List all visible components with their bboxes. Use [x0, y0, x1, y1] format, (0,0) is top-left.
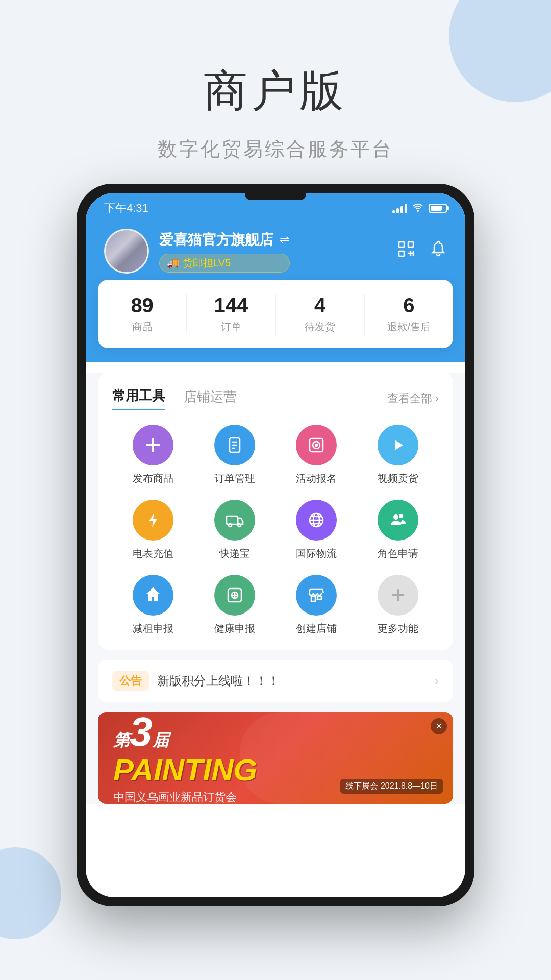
tool-orders-label: 订单管理 — [214, 472, 255, 485]
view-all-button[interactable]: 查看全部 › — [387, 391, 439, 406]
banner-main-text: PAINTING — [113, 753, 257, 787]
tool-activity[interactable]: 活动报名 — [276, 425, 357, 485]
svg-rect-2 — [399, 251, 404, 256]
tool-intl-icon — [296, 500, 337, 541]
svg-rect-31 — [311, 596, 315, 601]
tool-role-icon — [378, 500, 418, 541]
stat-orders-number: 144 — [187, 294, 275, 317]
tools-section: 常用工具 店铺运营 查看全部 › 发布商品 — [98, 373, 453, 650]
scan-button[interactable] — [397, 240, 415, 262]
tool-create-store[interactable]: 创建店铺 — [276, 575, 357, 635]
page-title: 商户版 — [0, 61, 551, 121]
tool-publish-icon — [133, 425, 173, 465]
level-text: 货郎担LV5 — [183, 256, 231, 270]
tool-rent[interactable]: 减租申报 — [112, 575, 194, 635]
tabs-row: 常用工具 店铺运营 查看全部 › — [112, 387, 439, 410]
tool-health-icon — [214, 575, 255, 616]
tab-store-ops[interactable]: 店铺运营 — [184, 388, 237, 410]
page-subtitle: 数字化贸易综合服务平台 — [0, 136, 551, 162]
tool-create-store-label: 创建店铺 — [296, 622, 337, 635]
tool-electric-label: 电表充值 — [133, 547, 173, 560]
level-badge: 🚚 货郎担LV5 — [159, 254, 290, 273]
battery-icon — [429, 204, 447, 213]
tool-express[interactable]: 快递宝 — [194, 500, 276, 560]
phone-mockup: 下午4:31 — [77, 184, 474, 906]
svg-marker-17 — [395, 440, 403, 450]
tool-grid: 发布商品 订单管理 活动报名 — [112, 425, 439, 635]
stat-refund[interactable]: 6 退款/售后 — [365, 294, 453, 334]
stat-pending-number: 4 — [276, 294, 364, 317]
phone-notch — [245, 193, 306, 200]
chevron-right-icon: › — [435, 392, 439, 405]
banner[interactable]: 第 3 届 PAINTING 中国义乌画业新品订货会 ✕ 线下展会 2021.8… — [98, 712, 453, 804]
svg-rect-19 — [227, 516, 238, 524]
stat-goods-label: 商品 — [98, 320, 186, 334]
phone-screen: 下午4:31 — [86, 193, 465, 897]
tool-orders-icon — [214, 425, 255, 465]
stat-refund-number: 6 — [365, 294, 453, 317]
tool-publish-label: 发布商品 — [133, 472, 173, 485]
app-header: 爱喜猫官方旗舰店 ⇌ 🚚 货郎担LV5 — [86, 219, 465, 289]
avatar[interactable] — [104, 229, 149, 274]
svg-rect-1 — [408, 242, 413, 247]
svg-point-28 — [399, 514, 403, 518]
banner-badge: 线下展会 2021.8.8—10日 — [340, 779, 443, 794]
user-left: 爱喜猫官方旗舰店 ⇌ 🚚 货郎担LV5 — [104, 229, 290, 274]
phone-frame: 下午4:31 — [77, 184, 474, 906]
tool-electric-icon — [133, 500, 173, 541]
signal-icon — [392, 203, 407, 213]
app-content: 常用工具 店铺运营 查看全部 › 发布商品 — [86, 373, 465, 804]
status-icons — [392, 203, 447, 214]
tab-common-tools[interactable]: 常用工具 — [112, 387, 165, 410]
tool-video-icon — [378, 425, 418, 465]
notice-arrow-icon: › — [435, 674, 439, 688]
switch-icon[interactable]: ⇌ — [280, 233, 290, 247]
stat-pending-label: 待发货 — [276, 320, 364, 334]
banner-close-button[interactable]: ✕ — [431, 718, 447, 734]
tool-health[interactable]: 健康申报 — [194, 575, 276, 635]
tool-video[interactable]: 视频卖货 — [357, 425, 439, 485]
svg-marker-18 — [149, 513, 157, 527]
user-row: 爱喜猫官方旗舰店 ⇌ 🚚 货郎担LV5 — [104, 229, 447, 274]
stat-pending[interactable]: 4 待发货 — [276, 294, 365, 334]
banner-sub-text: 中国义乌画业新品订货会 — [113, 790, 257, 804]
tool-electric[interactable]: 电表充值 — [112, 500, 194, 560]
level-truck-icon: 🚚 — [167, 257, 180, 269]
svg-rect-0 — [399, 242, 404, 247]
svg-rect-32 — [317, 596, 321, 599]
tool-publish[interactable]: 发布商品 — [112, 425, 194, 485]
tool-activity-label: 活动报名 — [296, 472, 337, 485]
store-name: 爱喜猫官方旗舰店 — [159, 230, 273, 250]
stat-orders[interactable]: 144 订单 — [187, 294, 276, 334]
wifi-icon — [412, 203, 423, 214]
tool-more[interactable]: 更多功能 — [357, 575, 439, 635]
notice-bar[interactable]: 公告 新版积分上线啦！！！ › — [98, 660, 453, 702]
bg-decoration-bottom — [0, 847, 61, 939]
header-section: 商户版 数字化贸易综合服务平台 — [0, 0, 551, 162]
tool-intl-label: 国际物流 — [296, 547, 337, 560]
store-name-row: 爱喜猫官方旗舰店 ⇌ — [159, 230, 290, 250]
tool-express-label: 快递宝 — [219, 547, 250, 560]
tool-activity-icon — [296, 425, 337, 465]
user-info: 爱喜猫官方旗舰店 ⇌ 🚚 货郎担LV5 — [159, 230, 290, 273]
tool-rent-icon — [133, 575, 173, 616]
tool-create-store-icon — [296, 575, 337, 616]
tool-more-icon — [378, 575, 418, 616]
tool-role[interactable]: 角色申请 — [357, 500, 439, 560]
tool-orders[interactable]: 订单管理 — [194, 425, 276, 485]
view-all-label: 查看全部 — [387, 391, 432, 406]
tool-video-label: 视频卖货 — [378, 472, 418, 485]
tool-rent-label: 减租申报 — [133, 622, 173, 635]
svg-point-27 — [393, 514, 398, 520]
stat-goods[interactable]: 89 商品 — [98, 294, 187, 334]
bell-button[interactable] — [430, 240, 447, 262]
stat-refund-label: 退款/售后 — [365, 320, 453, 334]
svg-point-20 — [229, 524, 232, 527]
tool-express-icon — [214, 500, 255, 541]
tool-intl[interactable]: 国际物流 — [276, 500, 357, 560]
notice-tag: 公告 — [112, 671, 149, 691]
notice-text: 新版积分上线啦！！！ — [157, 673, 427, 689]
tool-health-label: 健康申报 — [214, 622, 255, 635]
stat-goods-number: 89 — [98, 294, 186, 317]
stat-orders-label: 订单 — [187, 320, 275, 334]
